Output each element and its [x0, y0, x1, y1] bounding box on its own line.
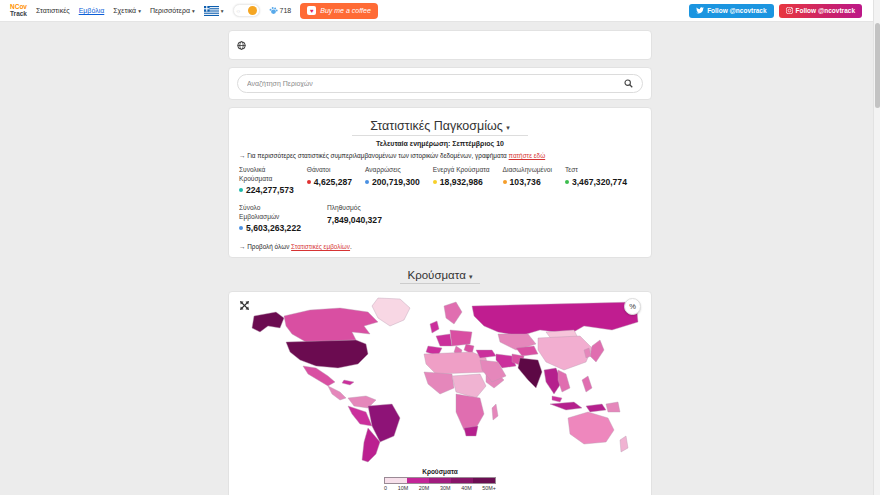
stat-deaths: Θάνατοι 4,625,287: [307, 166, 352, 187]
fullscreen-button[interactable]: [239, 300, 250, 311]
globe-icon[interactable]: [237, 41, 246, 50]
stat-tests: Τεστ 3,467,320,774: [565, 166, 627, 187]
arrow-right-icon: →: [239, 243, 245, 250]
legend-title: Κρούσματα: [384, 468, 496, 475]
search-icon[interactable]: [624, 79, 633, 88]
status-dot: [365, 180, 369, 184]
stat-active-cases: Ενεργά Κρούσματα 18,932,986: [433, 166, 490, 187]
world-map-svg[interactable]: [240, 296, 640, 468]
site-logo[interactable]: NCov Track: [10, 4, 27, 18]
stat-recovered: Αναρρώσεις 200,719,300: [365, 166, 420, 187]
status-dot: [433, 180, 437, 184]
global-stats-card: Στατιστικές Παγκοσμίως ▾ Τελευταία ενημέ…: [228, 107, 652, 258]
legend-ticks: 0 10M 20M 30M 40M 50M+: [384, 485, 496, 491]
toggle-knob-sun: [248, 6, 257, 15]
instagram-camera-icon: [786, 7, 793, 14]
logo-line2: Track: [10, 11, 27, 18]
stat-total-vaccinations: Σύνολο Εμβολιασμών 5,603,263,222: [239, 204, 301, 233]
stat-intubated: Διασωληνωμένοι 103,736: [503, 166, 552, 187]
stat-population: Πληθυσμός 7,849,040,327: [327, 204, 382, 225]
arrow-right-icon: →: [239, 152, 245, 159]
status-dot: [565, 180, 569, 184]
search-input[interactable]: [247, 80, 618, 87]
map-legend: Κρούσματα 0 10M 20M 30M 40M 50M+: [384, 468, 496, 491]
greek-flag-icon: [204, 6, 219, 16]
chevron-down-icon: ▾: [138, 8, 141, 14]
chevron-down-icon: ▾: [469, 273, 473, 280]
clap-counter[interactable]: 718: [269, 6, 292, 15]
chevron-down-icon: ▾: [192, 8, 195, 14]
coffee-cup-icon: ♥: [307, 6, 316, 15]
scrollbar-thumb[interactable]: [875, 23, 880, 108]
chevron-down-icon: ▾: [506, 124, 510, 131]
status-dot: [239, 226, 243, 230]
page-scrollbar[interactable]: [873, 0, 880, 495]
navbar: NCov Track Στατιστικές Εμβόλια Σχετικά ▾…: [0, 0, 880, 22]
region-search[interactable]: [237, 74, 643, 93]
stats-row-1: Συνολικά Κρούσματα 224,277,573 Θάνατοι 4…: [239, 166, 641, 195]
vaccine-stats-link[interactable]: Στατιστικές εμβολίων: [291, 243, 350, 250]
map-metric-selector[interactable]: Κρούσματα ▾: [400, 269, 479, 284]
chevron-down-icon: ▾: [221, 8, 224, 14]
stats-row-2: Σύνολο Εμβολιασμών 5,603,263,222 Πληθυσμ…: [239, 204, 641, 233]
map-metric-header: Κρούσματα ▾: [228, 265, 652, 284]
status-dot: [239, 188, 243, 192]
world-map-card: %: [228, 291, 652, 495]
nav-item-more[interactable]: Περισσότερα ▾: [150, 7, 195, 14]
clap-icon: [269, 6, 278, 15]
view-all-line: → Προβολή όλων Στατιστικές εμβολίων.: [239, 243, 641, 250]
sun-dim-icon: ☼: [236, 8, 242, 14]
twitter-bird-icon: [696, 7, 704, 14]
stats-title: Στατιστικές Παγκοσμίως: [370, 119, 503, 133]
buy-me-a-coffee-button[interactable]: ♥ Buy me a coffee: [300, 3, 378, 19]
social-buttons: Follow @ncovtrack Follow @ncovtrack: [689, 4, 862, 18]
stat-total-cases: Συνολικά Κρούσματα 224,277,573: [239, 166, 294, 195]
status-dot: [307, 180, 311, 184]
choropleth-countries[interactable]: [252, 298, 638, 462]
theme-toggle[interactable]: ☼: [233, 4, 260, 17]
nav-item-statistics[interactable]: Στατιστικές: [36, 7, 70, 14]
search-card: [228, 67, 652, 100]
nav-item-vaccines[interactable]: Εμβόλια: [79, 7, 105, 14]
nav-item-about[interactable]: Σχετικά ▾: [113, 7, 141, 14]
language-selector[interactable]: ▾: [204, 6, 224, 16]
instagram-follow-button[interactable]: Follow @ncovtrack: [779, 4, 862, 18]
stats-scope-selector[interactable]: Στατιστικές Παγκοσμίως ▾: [352, 119, 528, 136]
main-content: Στατιστικές Παγκοσμίως ▾ Τελευταία ενημέ…: [228, 30, 652, 495]
clap-count: 718: [280, 7, 292, 14]
expand-arrows-icon: [239, 300, 250, 311]
twitter-follow-button[interactable]: Follow @ncovtrack: [689, 4, 773, 18]
last-update-text: Τελευταία ενημέρωση: Σεπτέμβριος 10: [239, 140, 641, 147]
legend-gradient-bar: [384, 477, 496, 484]
click-here-link[interactable]: πατήστε εδώ: [509, 152, 546, 159]
globe-card: [228, 30, 652, 60]
more-stats-note: → Για περισσότερες στατιστικές συμπεριλα…: [239, 152, 641, 159]
status-dot: [503, 180, 507, 184]
